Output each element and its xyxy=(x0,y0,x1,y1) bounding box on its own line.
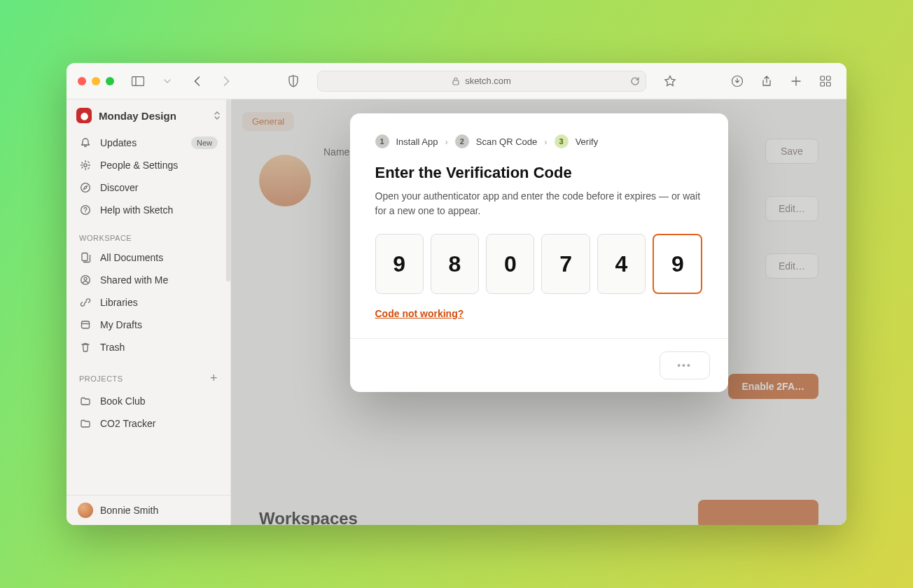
main-content: General Name Save Edit… Edit… Enable 2FA… xyxy=(231,99,846,525)
sidebar-item-updates[interactable]: Updates New xyxy=(67,132,230,154)
current-user-button[interactable]: Bonnie Smith xyxy=(67,495,230,525)
chevron-right-icon: › xyxy=(544,136,547,147)
forward-button[interactable] xyxy=(216,71,236,91)
gear-icon xyxy=(79,159,92,172)
tab-grid-icon[interactable] xyxy=(816,71,835,91)
sidebar-item-label: Discover xyxy=(100,182,138,193)
modal-title: Enter the Verification Code xyxy=(375,164,703,182)
reload-icon[interactable] xyxy=(630,76,640,86)
window-close-button[interactable] xyxy=(78,77,86,85)
code-digit-input[interactable]: 9 xyxy=(653,234,702,294)
share-icon[interactable] xyxy=(757,71,776,91)
step-number: 2 xyxy=(455,134,469,148)
help-icon xyxy=(79,204,92,216)
user-name: Bonnie Smith xyxy=(100,505,158,516)
folder-icon xyxy=(79,417,92,430)
sidebar-item-label: My Drafts xyxy=(100,319,142,330)
traffic-lights[interactable] xyxy=(78,77,114,85)
sidebar-item-trash[interactable]: Trash xyxy=(67,336,230,358)
svg-rect-6 xyxy=(821,82,825,86)
sidebar-item-help[interactable]: Help with Sketch xyxy=(67,199,230,221)
add-project-button[interactable]: + xyxy=(210,371,218,386)
project-label: CO2 Tracker xyxy=(100,418,155,429)
svg-point-13 xyxy=(84,277,87,280)
sidebar-item-shared[interactable]: Shared with Me xyxy=(67,269,230,291)
step-number: 1 xyxy=(375,134,389,148)
star-icon[interactable] xyxy=(660,71,680,91)
code-digit-input[interactable]: 8 xyxy=(431,234,479,294)
step-number: 3 xyxy=(555,134,569,148)
person-icon xyxy=(79,274,92,286)
verify-modal: 1 Install App › 2 Scan QR Code › 3 Verif… xyxy=(350,113,728,392)
lock-icon xyxy=(452,77,459,85)
drafts-icon xyxy=(79,318,92,331)
svg-rect-0 xyxy=(132,76,144,85)
browser-window: sketch.com ⬤ Monday Design xyxy=(67,63,846,525)
sidebar-item-label: People & Settings xyxy=(100,160,178,171)
updown-icon xyxy=(214,110,221,121)
chevron-right-icon: › xyxy=(445,136,448,147)
svg-rect-7 xyxy=(827,82,831,86)
sidebar-item-all-documents[interactable]: All Documents xyxy=(67,246,230,269)
step-label: Scan QR Code xyxy=(476,136,537,147)
modal-footer: ••• xyxy=(350,338,728,392)
svg-rect-4 xyxy=(821,76,825,80)
sidebar-item-label: Shared with Me xyxy=(100,274,168,286)
code-digit-input[interactable]: 9 xyxy=(375,234,424,294)
svg-point-9 xyxy=(81,183,90,192)
downloads-icon[interactable] xyxy=(727,71,747,91)
workspace-selector[interactable]: ⬤ Monday Design xyxy=(67,99,230,132)
code-not-working-link[interactable]: Code not working? xyxy=(375,308,464,319)
sidebar-item-label: Trash xyxy=(100,342,125,353)
sidebar: ⬤ Monday Design Updates New People & Set… xyxy=(67,99,231,525)
sidebar-item-label: Libraries xyxy=(100,297,138,308)
sidebar-toggle-icon[interactable] xyxy=(128,71,148,91)
new-badge: New xyxy=(191,136,218,149)
code-digit-input[interactable]: 0 xyxy=(486,234,534,294)
step-indicator: 1 Install App › 2 Scan QR Code › 3 Verif… xyxy=(375,134,703,148)
code-input-group: 9 8 0 7 4 9 xyxy=(375,234,703,294)
sidebar-item-drafts[interactable]: My Drafts xyxy=(67,314,230,336)
sidebar-section-workspace: WORKSPACE xyxy=(67,221,230,246)
sidebar-item-label: All Documents xyxy=(100,252,163,263)
workspace-logo-icon: ⬤ xyxy=(76,108,92,123)
workspace-name: Monday Design xyxy=(99,110,176,122)
sidebar-item-label: Updates xyxy=(100,137,137,148)
sidebar-item-label: Help with Sketch xyxy=(100,204,173,216)
url-text: sketch.com xyxy=(465,76,511,86)
bell-icon xyxy=(79,136,92,149)
code-digit-input[interactable]: 4 xyxy=(597,234,646,294)
sidebar-item-libraries[interactable]: Libraries xyxy=(67,291,230,314)
documents-icon xyxy=(79,251,92,264)
folder-icon xyxy=(79,395,92,407)
window-zoom-button[interactable] xyxy=(106,77,114,85)
svg-rect-2 xyxy=(453,80,459,85)
step-label: Verify xyxy=(576,136,599,147)
svg-rect-14 xyxy=(82,321,90,328)
step-label: Install App xyxy=(396,136,438,147)
project-label: Book Club xyxy=(100,396,146,407)
modal-overlay[interactable]: 1 Install App › 2 Scan QR Code › 3 Verif… xyxy=(231,99,846,525)
code-digit-input[interactable]: 7 xyxy=(541,234,590,294)
sidebar-project-item[interactable]: CO2 Tracker xyxy=(67,412,230,435)
chevron-down-icon[interactable] xyxy=(158,71,177,91)
new-tab-icon[interactable] xyxy=(786,71,806,91)
svg-rect-11 xyxy=(82,253,88,261)
link-icon xyxy=(79,296,92,309)
address-bar[interactable]: sketch.com xyxy=(317,71,646,92)
window-minimize-button[interactable] xyxy=(92,77,100,85)
trash-icon xyxy=(79,341,92,354)
modal-description: Open your authenticator app and enter th… xyxy=(375,189,703,218)
sidebar-item-people-settings[interactable]: People & Settings xyxy=(67,154,230,176)
shield-icon[interactable] xyxy=(284,71,303,91)
svg-point-8 xyxy=(84,164,87,167)
svg-rect-5 xyxy=(827,76,831,80)
sidebar-item-discover[interactable]: Discover xyxy=(67,176,230,199)
submit-loading-button[interactable]: ••• xyxy=(660,351,710,379)
app-body: ⬤ Monday Design Updates New People & Set… xyxy=(67,99,846,525)
browser-toolbar: sketch.com xyxy=(67,63,846,99)
sidebar-project-item[interactable]: Book Club xyxy=(67,390,230,412)
sidebar-scrollbar[interactable] xyxy=(226,99,230,281)
sidebar-section-projects: PROJECTS + xyxy=(67,358,230,390)
back-button[interactable] xyxy=(187,71,207,91)
